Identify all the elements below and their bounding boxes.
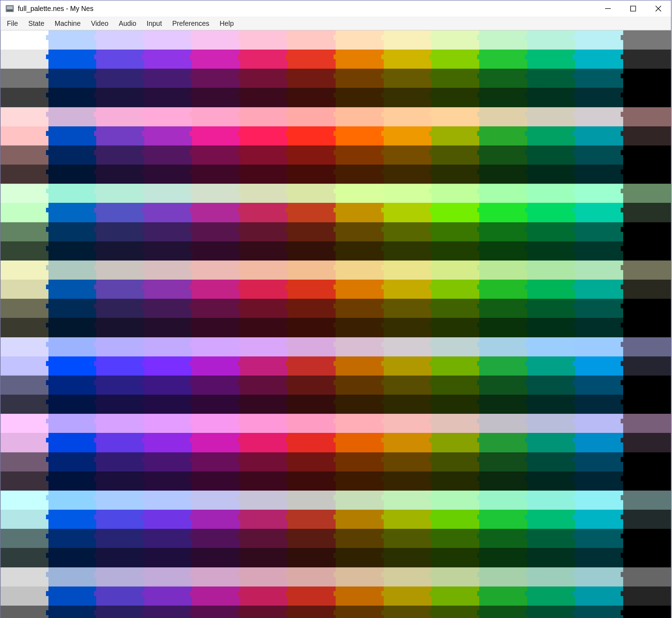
nes-cartridge-icon [5,4,15,13]
menu-preferences[interactable]: Preferences [167,17,214,30]
svg-rect-2 [7,10,12,11]
svg-rect-1 [7,6,12,9]
menu-machine[interactable]: Machine [50,17,86,30]
menu-video[interactable]: Video [86,17,114,30]
titlebar[interactable]: full_palette.nes - My Nes [1,1,671,17]
nes-palette-canvas [1,30,671,618]
close-button[interactable] [646,1,671,17]
menubar: File State Machine Video Audio Input Pre… [1,17,671,30]
menu-audio[interactable]: Audio [114,17,141,30]
application-window: full_palette.nes - My Nes File State Mac… [0,0,672,618]
menu-file[interactable]: File [2,17,23,30]
svg-rect-3 [631,6,636,11]
maximize-button[interactable] [620,1,645,17]
emulator-client-area [1,30,671,618]
minimize-button[interactable] [595,1,620,17]
menu-input[interactable]: Input [141,17,167,30]
window-controls [595,1,671,17]
menu-state[interactable]: State [23,17,50,30]
window-title: full_palette.nes - My Nes [18,5,595,13]
menu-help[interactable]: Help [214,17,239,30]
